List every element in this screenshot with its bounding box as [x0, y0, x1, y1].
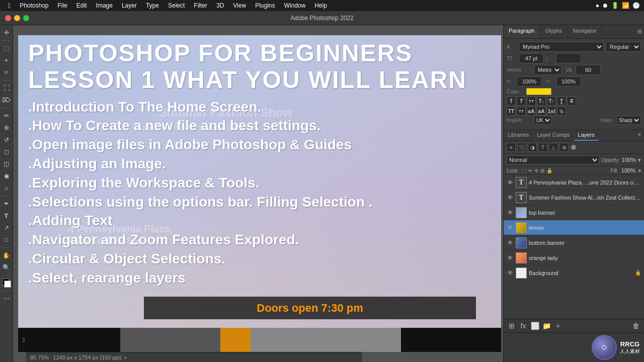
blur-tool[interactable]: ◉ [1, 170, 12, 182]
fill-expand[interactable]: ▾ [638, 168, 641, 173]
layer-item-3[interactable]: 👁 lemon [504, 220, 644, 235]
liga-btn[interactable]: 1st [547, 107, 556, 116]
visibility-icon-0[interactable]: 👁 [507, 179, 514, 186]
menu-view[interactable]: View [229, 1, 250, 10]
zoom-tool[interactable]: 🔍 [1, 262, 12, 273]
language-select[interactable]: UK [534, 116, 552, 125]
filter-pixel-icon[interactable]: ⬛ [517, 143, 526, 152]
filter-type-icon[interactable]: T [538, 143, 547, 152]
layers-panel-menu[interactable]: ≡ [635, 130, 644, 141]
menu-help[interactable]: Help [310, 1, 331, 10]
filter-kind-icon[interactable]: ≡ [507, 143, 516, 152]
filter-smart-icon[interactable]: ⚙ [559, 143, 569, 152]
visibility-icon-1[interactable]: 👁 [507, 194, 514, 201]
menu-3d[interactable]: 3D [212, 1, 228, 10]
filter-adjust-icon[interactable]: ◑ [528, 143, 537, 152]
layer-item-5[interactable]: 👁 orange lady [504, 250, 644, 265]
bold-btn[interactable]: T [507, 97, 516, 106]
tab-paragraph[interactable]: Paragraph [504, 25, 540, 38]
crop-tool[interactable]: ⛶ [1, 82, 12, 94]
shape-tool[interactable]: □ [1, 234, 12, 245]
scale-h-input[interactable] [517, 76, 542, 86]
add-layer-style-btn[interactable]: fx [518, 321, 528, 331]
apple-logo[interactable]:  [4, 2, 15, 10]
font-size-input[interactable] [519, 53, 544, 63]
strikethrough-btn[interactable]: T̶ [567, 97, 576, 106]
layer-item-1[interactable]: 👁 T Summer Fashion Show Al...ish Zest Co… [504, 190, 644, 205]
lock-position-icon[interactable]: ✢ [534, 168, 538, 173]
new-group-btn[interactable]: 📁 [541, 321, 551, 331]
fill-value[interactable]: 100% [621, 167, 635, 173]
sub-btn[interactable]: T↓ [537, 97, 546, 106]
smallcaps-btn[interactable]: TT [517, 107, 526, 116]
move-tool[interactable]: ✢ [1, 27, 12, 38]
delete-layer-btn[interactable]: 🗑 [631, 321, 641, 331]
extra-tools[interactable]: ⋯ [1, 293, 12, 304]
minimize-button[interactable] [14, 15, 20, 21]
menu-image[interactable]: Image [92, 1, 117, 10]
metrics-select[interactable]: Metrics [534, 65, 561, 75]
tab-glyphs[interactable]: Glyphs [540, 25, 568, 38]
visibility-icon-3[interactable]: 👁 [507, 224, 514, 231]
history-brush-tool[interactable]: ↺ [1, 134, 12, 145]
tt-btn[interactable]: TT [527, 97, 536, 106]
eyedropper-tool[interactable]: ⌦ [1, 95, 12, 106]
brush-tool[interactable]: ✏ [1, 110, 12, 121]
super-btn[interactable]: aA [527, 107, 536, 116]
pen-tool[interactable]: ✒ [1, 198, 12, 209]
layer-item-6[interactable]: 👁 Background 🔒 [504, 265, 644, 281]
font-style-select[interactable]: Regular [606, 42, 641, 52]
font-family-select[interactable]: Myriad Pro [519, 42, 604, 52]
menu-select[interactable]: Select [164, 1, 189, 10]
antialias-select[interactable]: Sharp [616, 116, 641, 125]
lasso-tool[interactable]: ⌖ [1, 55, 12, 66]
lock-all-icon[interactable]: 🔒 [546, 168, 552, 173]
visibility-icon-6[interactable]: 👁 [507, 269, 514, 277]
status-arrow[interactable]: > [122, 354, 129, 360]
add-filter-btn[interactable]: ⊞ [507, 321, 517, 331]
allcaps-btn[interactable]: TT [507, 107, 516, 116]
dodge-tool[interactable]: ☼ [1, 183, 12, 194]
leading-input[interactable] [556, 53, 581, 63]
visibility-icon-4[interactable]: 👁 [507, 239, 514, 246]
menu-layer[interactable]: Layer [118, 1, 141, 10]
menu-photoshop[interactable]: Photoshop [16, 1, 52, 10]
tracking-input[interactable] [576, 65, 601, 75]
underline-btn[interactable]: T [557, 97, 566, 106]
tab-libraries[interactable]: Libraries [504, 130, 533, 141]
lock-artboard-icon[interactable]: ⊞ [540, 168, 544, 173]
add-mask-btn[interactable]: ⬜ [530, 321, 540, 331]
layer-item-2[interactable]: 👁 top banner [504, 205, 644, 220]
tab-navigator[interactable]: Navigator [568, 25, 602, 38]
marquee-tool[interactable]: ⬚ [1, 43, 12, 54]
blend-mode-select[interactable]: Normal [507, 155, 599, 164]
tab-layers[interactable]: Layers [574, 130, 599, 141]
sub2-btn[interactable]: aA [537, 107, 546, 116]
path-selection-tool[interactable]: ↗ [1, 222, 12, 233]
close-button[interactable] [5, 15, 11, 21]
lock-paint-icon[interactable]: ✏ [528, 168, 532, 173]
menu-window[interactable]: Window [280, 1, 309, 10]
filter-shape-icon[interactable]: △ [549, 143, 558, 152]
scale-v-input[interactable] [556, 76, 581, 86]
filter-color-dot[interactable] [571, 145, 576, 150]
magic-wand-tool[interactable]: ⌗ [1, 67, 12, 78]
new-layer-btn[interactable]: + [553, 321, 563, 331]
visibility-icon-2[interactable]: 👁 [507, 209, 514, 216]
frac-btn[interactable]: ½ [557, 107, 566, 116]
foreground-color[interactable] [2, 279, 11, 288]
menu-file[interactable]: File [54, 1, 71, 10]
menu-edit[interactable]: Edit [72, 1, 91, 10]
maximize-button[interactable] [23, 15, 29, 21]
hand-tool[interactable]: ✋ [1, 250, 12, 261]
gradient-tool[interactable]: ◫ [1, 158, 12, 169]
layer-item-0[interactable]: 👁 T 4 Pennsylvania Plaza, ...une 2022 Do… [504, 175, 644, 190]
menu-plugins[interactable]: Plugins [251, 1, 279, 10]
layer-item-4[interactable]: 👁 bottom banner [504, 235, 644, 250]
color-swatch[interactable] [526, 88, 551, 95]
panel-menu-icon[interactable]: ≡ [635, 25, 644, 38]
sup-btn[interactable]: T↑ [547, 97, 556, 106]
visibility-icon-5[interactable]: 👁 [507, 254, 514, 261]
italic-btn[interactable]: T [517, 97, 526, 106]
tab-layer-comps[interactable]: Layer Comps [533, 130, 574, 141]
